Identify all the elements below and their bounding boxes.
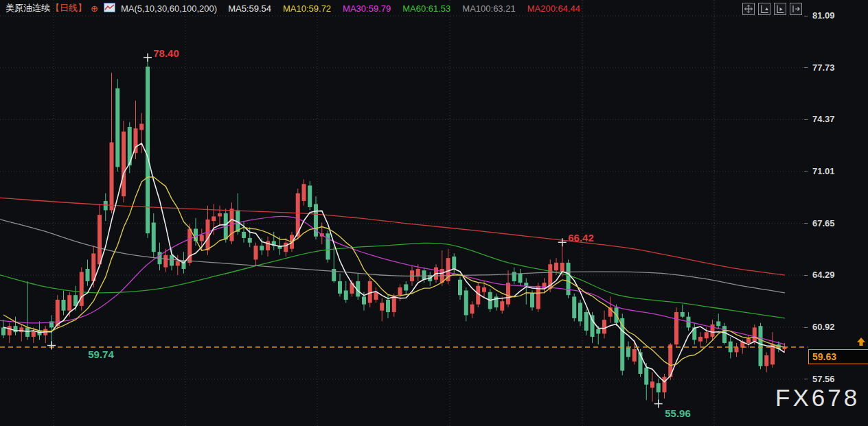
auto-scale-y-icon[interactable]: [758, 3, 770, 15]
candle-body: [656, 383, 661, 392]
candle-body: [524, 283, 528, 286]
candle-body: [362, 296, 366, 304]
axis-tick-mark: [804, 171, 808, 171]
ma10-value: MA10:59.72: [283, 3, 331, 14]
candle-body: [284, 243, 288, 252]
candle-body: [62, 300, 66, 311]
candle-body: [567, 263, 571, 295]
candle-body: [716, 321, 720, 326]
candle-body: [753, 327, 757, 341]
pan-crosshair-icon[interactable]: [742, 3, 755, 15]
candle-body: [759, 326, 763, 366]
auto-scale-x-icon[interactable]: [774, 3, 786, 15]
candle-body: [1, 327, 5, 335]
candle-body: [602, 320, 606, 333]
candle-body: [650, 381, 654, 388]
jump-to-latest-icon[interactable]: [790, 3, 802, 15]
candle-body: [242, 232, 246, 238]
candle-body: [212, 216, 216, 221]
ma30-line: [0, 216, 785, 344]
candle-body: [110, 142, 114, 210]
candle-body: [596, 329, 600, 334]
period-label: 【日线】: [51, 2, 87, 14]
candle-body: [572, 296, 576, 318]
candle-body: [80, 272, 84, 306]
ma60-value: MA60:61.53: [402, 3, 450, 14]
chart-header-legend: 美原油连续【日线】 ⊕ MA(5,10,30,60,100,200) MA5:5…: [5, 2, 592, 14]
candle-body: [139, 123, 144, 130]
extreme-price-label: 55.96: [665, 407, 691, 419]
axis-tick-label: 57.56: [812, 374, 835, 384]
candle-body: [764, 355, 768, 366]
ma10-line: [3, 177, 785, 366]
candle-body: [332, 269, 336, 281]
candle-body: [560, 263, 564, 272]
price-up-arrow-icon: [856, 337, 867, 350]
ma5-value: MA5:59.54: [228, 3, 271, 14]
candlestick-chart-canvas[interactable]: [0, 0, 868, 426]
current-price-tag: 59.63: [808, 349, 868, 364]
candle-body: [674, 312, 678, 344]
candle-body: [163, 255, 168, 268]
axis-tick-mark: [804, 379, 808, 379]
candle-body: [591, 315, 595, 337]
ma100-line: [0, 220, 785, 293]
candle-body: [536, 286, 540, 309]
fx678-watermark: FX678: [775, 384, 860, 412]
candle-body: [152, 222, 156, 252]
ma200-line: [0, 198, 785, 275]
candle-body: [248, 238, 252, 243]
candle-body: [711, 324, 715, 337]
candle-body: [735, 348, 739, 353]
candle-body: [746, 338, 751, 343]
candle-body: [380, 303, 384, 310]
add-indicator-icon[interactable]: ⊕: [91, 3, 98, 14]
candle-body: [500, 301, 504, 311]
candle-body: [632, 349, 637, 362]
ma200-value: MA200:64.44: [527, 3, 580, 14]
candle-body: [176, 261, 180, 266]
candle-body: [398, 287, 402, 295]
candle-body: [254, 246, 258, 259]
axis-tick-label: 67.65: [812, 218, 835, 228]
candle-body: [554, 263, 558, 270]
candle-body: [470, 305, 475, 314]
chart-toolbar: [742, 3, 802, 15]
ma100-value: MA100:63.21: [462, 3, 515, 14]
candle-body: [104, 201, 108, 211]
candle-body: [374, 292, 378, 300]
mini-chart-icon: [104, 3, 115, 14]
candle-body: [344, 290, 348, 300]
candle-body: [422, 270, 426, 280]
axis-tick-label: 81.09: [812, 10, 835, 21]
ma5-line: [3, 143, 785, 382]
axis-tick-mark: [804, 119, 808, 120]
candle-body: [206, 220, 210, 250]
candle-body: [578, 303, 582, 321]
candle-body: [518, 274, 523, 283]
candle-body: [458, 280, 462, 296]
extreme-price-label: 59.74: [88, 348, 114, 360]
candle-body: [416, 269, 420, 276]
axis-tick-label: 74.37: [812, 114, 835, 124]
candle-body: [200, 235, 204, 241]
candle-body: [644, 368, 648, 385]
candle-body: [122, 132, 126, 197]
axis-tick-mark: [804, 223, 808, 224]
candle-body: [663, 377, 667, 392]
ma-parameters-label: MA(5,10,30,60,100,200): [121, 3, 217, 14]
candle-body: [25, 327, 30, 337]
axis-tick-label: 77.73: [812, 62, 835, 73]
candle-body: [512, 272, 516, 281]
candle-body: [266, 241, 270, 250]
axis-tick-mark: [804, 275, 808, 276]
candle-body: [626, 348, 630, 357]
axis-tick-label: 64.29: [812, 270, 835, 280]
candle-body: [19, 327, 23, 332]
candle-body: [308, 185, 312, 207]
candle-body: [452, 257, 456, 269]
candle-body: [530, 294, 534, 307]
candle-body: [260, 246, 264, 250]
axis-tick-mark: [804, 16, 808, 16]
candle-body: [584, 312, 589, 331]
